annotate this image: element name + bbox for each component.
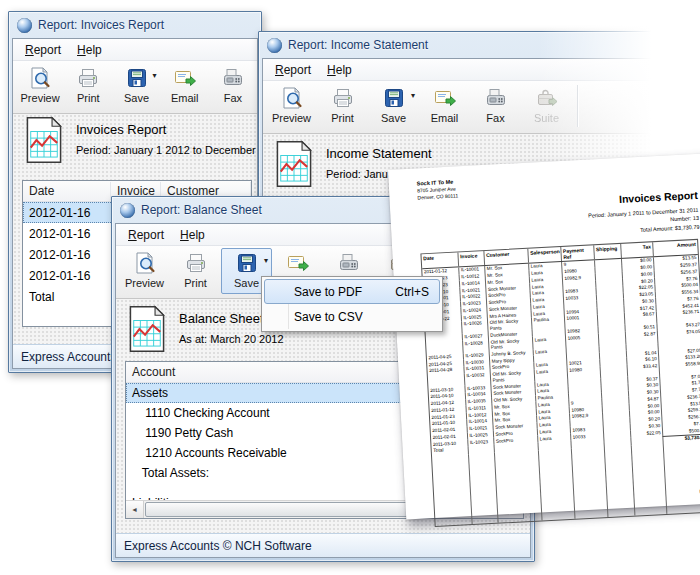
window-title: Report: Invoices Report: [38, 18, 164, 32]
cell: 2012-01-16: [23, 227, 111, 241]
email-label: Email: [171, 92, 199, 104]
status-bar: Express Accounts © NCH Software: [116, 533, 530, 557]
menu-item-shortcut: Ctrl+S: [395, 285, 429, 299]
toolbar: Preview Print Save ▾ Email Fax: [13, 61, 257, 114]
cell: [631, 444, 667, 516]
preview-label: Preview: [125, 277, 164, 289]
print-button[interactable]: Print: [317, 83, 368, 129]
cell: [494, 450, 542, 522]
email-button[interactable]: Email: [419, 83, 470, 129]
app-icon: [267, 38, 282, 53]
cell: [432, 454, 472, 526]
preview-label: Preview: [21, 92, 60, 104]
app-icon: [120, 203, 135, 218]
cell: Shipping: [593, 244, 621, 259]
cell: 2012-01-16: [23, 269, 111, 283]
cell: [663, 441, 700, 513]
scroll-left-arrow-icon[interactable]: ◄: [126, 501, 144, 518]
cell: 2012-01-16: [23, 248, 111, 262]
fax-label: Fax: [486, 112, 504, 124]
cell: Total: [23, 290, 111, 304]
report-chart-icon: [129, 305, 165, 353]
print-button[interactable]: Print: [170, 248, 221, 294]
cell: Tax: [620, 243, 653, 258]
email-icon: [433, 84, 457, 112]
cell: Date: [421, 253, 458, 268]
cell: Payment Ref: [560, 246, 594, 261]
email-icon: [173, 64, 197, 92]
save-label: Save: [124, 92, 149, 104]
cell: 2012-01-16: [23, 206, 111, 220]
save-dropdown-arrow-icon[interactable]: ▾: [153, 72, 157, 80]
cell: Salesperson: [527, 248, 561, 263]
menu-item-save-to-csv[interactable]: Save to CSV: [264, 304, 440, 329]
menu-help[interactable]: Help: [172, 226, 213, 244]
preview-button[interactable]: Preview: [266, 83, 317, 129]
email-label: Email: [431, 112, 459, 124]
save-dropdown-arrow-icon[interactable]: ▾: [411, 92, 415, 100]
save-button[interactable]: Save ▾: [112, 63, 160, 109]
print-label: Print: [184, 277, 207, 289]
save-dropdown-arrow-icon[interactable]: ▾: [264, 257, 268, 265]
scrollbar-thumb[interactable]: [145, 502, 433, 517]
print-button[interactable]: Print: [64, 63, 112, 109]
menu-item-save-to-pdf[interactable]: Save to PDF Ctrl+S: [264, 279, 440, 304]
fax-icon: [337, 249, 361, 277]
report-chart-icon: [276, 140, 312, 188]
save-icon: [125, 64, 149, 92]
cell: Invoice: [457, 252, 484, 267]
menu-help[interactable]: Help: [69, 41, 110, 59]
fax-icon: [221, 64, 245, 92]
menu-report[interactable]: Report: [267, 61, 319, 79]
save-label: Save: [381, 112, 406, 124]
fax-button[interactable]: Fax: [470, 83, 521, 129]
cell: [604, 445, 635, 516]
cell: [538, 449, 575, 521]
save-icon: [382, 84, 406, 112]
report-paper-preview: Sock IT To Me 8705 Juniper Ave Denver, C…: [388, 153, 700, 520]
fax-button[interactable]: Fax: [209, 63, 257, 109]
print-label: Print: [77, 92, 100, 104]
menu-help[interactable]: Help: [319, 61, 360, 79]
paper-invoices-table: DateInvoiceCustomerSalespersonPayment Re…: [420, 239, 700, 526]
report-period: Period: January 1 2012 to December: [76, 144, 256, 156]
report-title: Invoices Report: [76, 122, 256, 137]
print-icon: [184, 249, 208, 277]
email-button[interactable]: Email: [161, 63, 209, 109]
report-chart-icon: [26, 116, 62, 164]
print-icon: [76, 64, 100, 92]
email-icon: [286, 249, 310, 277]
cell: [468, 453, 498, 524]
window-title: Report: Balance Sheet: [141, 203, 262, 217]
menu-report[interactable]: Report: [120, 226, 172, 244]
preview-label: Preview: [272, 112, 311, 124]
report-period: As at: March 20 2012: [179, 333, 284, 345]
menu-report[interactable]: Report: [17, 41, 69, 59]
save-dropdown-menu: Save to PDF Ctrl+S Save to CSV: [261, 276, 443, 332]
cell: Amount: [652, 240, 698, 256]
cell: [571, 447, 608, 519]
preview-button[interactable]: Preview: [119, 248, 170, 294]
print-label: Print: [331, 112, 354, 124]
fax-icon: [484, 84, 508, 112]
fax-label: Fax: [224, 92, 242, 104]
save-icon: [235, 249, 259, 277]
save-label: Save: [234, 277, 259, 289]
preview-icon: [28, 64, 52, 92]
cell: Date: [23, 182, 111, 200]
window-title: Report: Income Statement: [288, 38, 428, 52]
preview-icon: [280, 84, 304, 112]
save-button[interactable]: Save ▾: [368, 83, 419, 129]
cell: Customer: [483, 249, 528, 265]
menubar: Report Help: [13, 39, 257, 61]
report-title: Income Statement: [326, 146, 432, 161]
app-icon: [17, 18, 32, 33]
titlebar-invoices[interactable]: Report: Invoices Report: [12, 12, 258, 38]
print-icon: [331, 84, 355, 112]
paper-spacer-row: [432, 441, 700, 525]
menu-item-label: Save to CSV: [294, 310, 363, 324]
menu-item-label: Save to PDF: [294, 285, 362, 299]
preview-button[interactable]: Preview: [16, 63, 64, 109]
preview-icon: [133, 249, 157, 277]
